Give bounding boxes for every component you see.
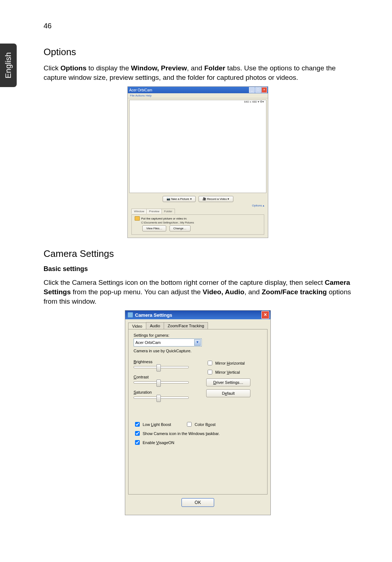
take-picture-button[interactable]: 📷 Take a Picture ▾	[163, 196, 196, 202]
camset-tabs: Video Audio Zoom/Face Tracking	[128, 322, 268, 329]
ok-button[interactable]: OK	[181, 498, 214, 507]
folder-caption: Put the captured picture or video in:	[141, 217, 187, 220]
settings-for-camera-label: Settings for camera:	[134, 333, 262, 337]
text-bold: Window, Preview	[131, 64, 187, 72]
tab-audio[interactable]: Audio	[146, 322, 164, 329]
folder-panel: Put the captured picture or video in: C:…	[131, 214, 264, 235]
options-paragraph: Click Options to display the Window, Pre…	[44, 63, 352, 82]
close-button[interactable]: ×	[261, 87, 267, 93]
folder-icon	[135, 216, 140, 221]
maximize-button[interactable]: □	[255, 87, 261, 93]
color-boost-checkbox[interactable]: Color Boost	[185, 421, 216, 428]
saturation-slider[interactable]: Saturation	[134, 390, 195, 399]
orbicam-title-text: Acer OrbiCam	[129, 88, 152, 92]
change-folder-button[interactable]: Change…	[170, 225, 191, 231]
camera-settings-dialog: Camera Settings × Video Audio Zoom/Face …	[125, 310, 271, 515]
tab-window[interactable]: Window	[131, 209, 147, 214]
orbicam-window: Acer OrbiCam _ □ × File Actions Help 640…	[127, 86, 268, 238]
tab-zoom-face-tracking[interactable]: Zoom/Face Tracking	[164, 322, 208, 329]
chevron-down-icon: ▼	[194, 339, 201, 346]
record-video-button[interactable]: 🎥 Record a Video ▾	[199, 196, 233, 202]
close-button[interactable]: ×	[261, 311, 269, 319]
mirror-horizontal-checkbox[interactable]: Mirror Horizontal	[206, 360, 264, 366]
orbicam-preview-area: 640 x 480 ▾ ⚙▾	[129, 100, 266, 193]
text-bold: Folder	[204, 64, 225, 72]
video-tab-panel: Settings for camera: Acer OrbiCam ▼ Came…	[128, 329, 268, 495]
camset-title-text: Camera Settings	[135, 312, 172, 318]
text: , and	[244, 288, 262, 296]
language-tab: English	[0, 44, 17, 87]
orbicam-titlebar: Acer OrbiCam _ □ ×	[128, 87, 268, 93]
folder-path: C:\Documents and Settings\Acer...\My Pic…	[141, 221, 261, 224]
enable-visageon-checkbox[interactable]: Enable VisageON	[134, 439, 262, 446]
camera-select[interactable]: Acer OrbiCam ▼	[134, 339, 202, 346]
tab-preview[interactable]: Preview	[146, 209, 162, 214]
language-tab-label: English	[4, 52, 13, 78]
text: Click the Camera Settings icon on the bo…	[44, 279, 325, 286]
text: Click	[44, 64, 60, 72]
view-files-button[interactable]: View Files…	[142, 225, 166, 231]
low-light-boost-checkbox[interactable]: Low Light Boost	[134, 421, 171, 428]
contrast-slider[interactable]: Contrast	[134, 375, 195, 383]
camera-settings-paragraph: Click the Camera Settings icon on the bo…	[44, 278, 352, 306]
basic-settings-subheading: Basic settings	[44, 265, 352, 273]
label: Record a Video	[207, 197, 227, 201]
text-bold: Video, Audio	[203, 288, 244, 296]
camera-in-use-status: Camera in use by QuickCapture.	[134, 349, 262, 353]
resolution-status[interactable]: 640 x 480 ▾ ⚙▾	[244, 100, 264, 103]
text-bold: Zoom/Face tracking	[262, 288, 327, 296]
options-toggle[interactable]: Options ▴	[252, 204, 264, 207]
default-button[interactable]: Default	[206, 389, 250, 397]
driver-settings-button[interactable]: Driver Settings…	[206, 378, 250, 386]
mirror-vertical-checkbox[interactable]: Mirror Vertical	[206, 369, 264, 376]
camset-titlebar: Camera Settings ×	[125, 311, 270, 319]
text: from the pop-up menu. You can adjust the	[71, 288, 203, 296]
text-bold: Options	[60, 64, 86, 72]
tab-folder[interactable]: Folder	[162, 209, 175, 214]
options-heading: Options	[44, 46, 352, 58]
page-number: 46	[44, 22, 352, 30]
brightness-slider[interactable]: Brightness	[134, 360, 195, 368]
text: to display the	[86, 64, 131, 72]
label: Take a Picture	[171, 197, 189, 201]
camera-settings-heading: Camera Settings	[44, 248, 352, 259]
options-tabs: WindowPreviewFolder	[131, 209, 264, 214]
tab-video[interactable]: Video	[128, 323, 146, 329]
minimize-button[interactable]: _	[249, 87, 255, 93]
orbicam-menubar[interactable]: File Actions Help	[128, 93, 268, 98]
text: , and	[187, 64, 204, 72]
camera-select-value: Acer OrbiCam	[135, 340, 161, 345]
show-taskbar-icon-checkbox[interactable]: Show Camera icon in the Windows taskbar.	[134, 430, 262, 437]
camera-icon	[127, 312, 133, 318]
